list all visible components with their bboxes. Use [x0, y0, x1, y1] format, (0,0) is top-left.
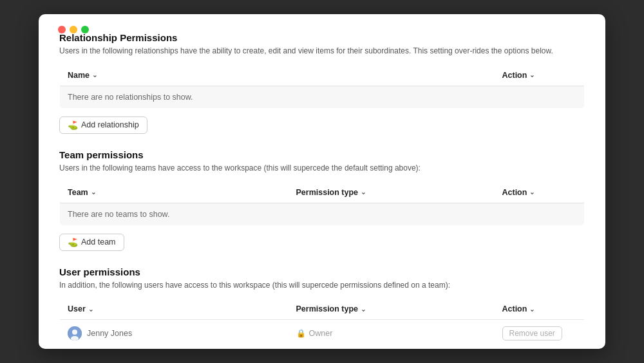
avatar	[68, 326, 82, 340]
minimize-dot[interactable]	[70, 26, 77, 33]
team-permissions-section: Team permissions Users in the following …	[59, 149, 585, 251]
team-table: Team ⌄ Permission type ⌄	[59, 182, 585, 226]
user-col-chevron: ⌄	[88, 306, 93, 313]
user-permission-col-header[interactable]: Permission type ⌄	[289, 299, 495, 320]
table-row: Jenny Jones 🔒 Owner Remove user	[60, 320, 585, 348]
user-name: Jenny Jones	[87, 329, 132, 338]
permission-label: Owner	[309, 329, 333, 338]
relationship-empty-row: There are no relationships to show.	[60, 86, 585, 108]
team-action-col-chevron: ⌄	[529, 189, 535, 196]
window-titlebar	[58, 26, 89, 33]
relationship-action-col-header[interactable]: Action ⌄	[495, 64, 585, 86]
relationship-empty-message: There are no relationships to show.	[60, 86, 585, 108]
team-section-title: Team permissions	[59, 149, 585, 160]
user-permissions-section: User permissions In addition, the follow…	[59, 266, 585, 349]
relationship-section-title: Relationship Permissions	[59, 32, 585, 43]
add-team-button[interactable]: ⛳ Add team	[59, 234, 124, 251]
team-col-header[interactable]: Team ⌄	[60, 182, 289, 203]
permissions-dialog: Relationship Permissions Users in the fo…	[39, 14, 605, 349]
team-col-chevron: ⌄	[91, 189, 96, 196]
team-empty-message: There are no teams to show.	[60, 203, 585, 225]
add-relationship-button[interactable]: ⛳ Add relationship	[59, 116, 147, 134]
user-action-col-header[interactable]: Action ⌄	[495, 299, 585, 320]
team-permission-col-header[interactable]: Permission type ⌄	[289, 182, 495, 203]
relationship-permissions-section: Relationship Permissions Users in the fo…	[59, 32, 585, 134]
lock-icon: 🔒	[296, 329, 306, 338]
user-col-header[interactable]: User ⌄	[60, 299, 289, 320]
maximize-dot[interactable]	[81, 26, 89, 33]
relationship-table: Name ⌄ Action ⌄	[59, 64, 585, 109]
user-action-cell: Remove user	[495, 320, 585, 348]
svg-point-1	[72, 330, 77, 335]
team-action-col-header[interactable]: Action ⌄	[495, 182, 585, 203]
add-relationship-icon: ⛳	[68, 120, 78, 130]
user-action-col-chevron: ⌄	[529, 306, 535, 313]
relationship-name-col-header[interactable]: Name ⌄	[60, 64, 495, 86]
user-name-cell: Jenny Jones	[60, 320, 289, 348]
action-col-chevron: ⌄	[529, 71, 535, 79]
user-permission-col-chevron: ⌄	[361, 306, 366, 313]
add-team-icon: ⛳	[68, 237, 78, 247]
close-dot[interactable]	[58, 26, 66, 33]
name-col-chevron: ⌄	[92, 71, 97, 79]
user-section-title: User permissions	[59, 266, 585, 277]
team-section-desc: Users in the following teams have access…	[59, 163, 585, 174]
team-permission-col-chevron: ⌄	[361, 189, 366, 196]
relationship-section-desc: Users in the following relationships hav…	[59, 46, 585, 57]
remove-user-button[interactable]: Remove user	[502, 326, 562, 340]
user-table: User ⌄ Permission type ⌄	[59, 298, 585, 348]
team-empty-row: There are no teams to show.	[60, 203, 585, 225]
user-permission-cell: 🔒 Owner	[289, 320, 495, 348]
user-section-desc: In addition, the following users have ac…	[59, 280, 585, 291]
